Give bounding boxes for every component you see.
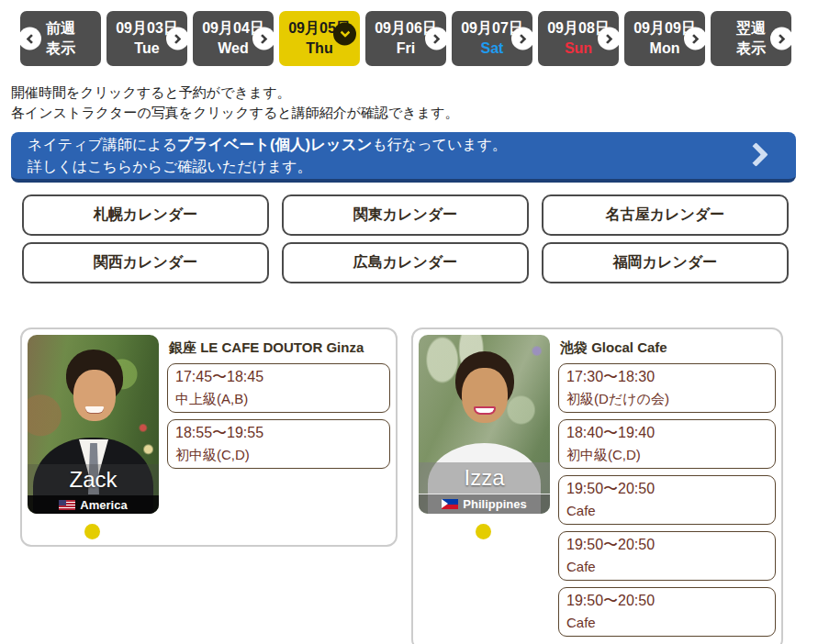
instructor-country-band: America xyxy=(28,495,159,514)
instructor-name: Zack xyxy=(28,464,159,495)
tab-date-0906-fri[interactable]: 09月06日 Fri xyxy=(365,11,446,66)
tab-date-0909-mon[interactable]: 09月09日 Mon xyxy=(624,11,705,66)
prev-week-label-line2: 表示 xyxy=(46,39,75,59)
slot-level: 初中級(C,D) xyxy=(175,444,382,466)
chevron-down-icon[interactable] xyxy=(333,23,356,46)
photo-face-shape xyxy=(73,370,116,421)
chevron-right-icon[interactable] xyxy=(598,28,621,50)
time-slot-button[interactable]: 17:30〜18:30 初級(Dだけの会) xyxy=(558,363,776,413)
time-slot-button[interactable]: 19:50〜20:50 Cafe xyxy=(558,587,776,637)
slot-time: 18:40〜19:40 xyxy=(566,422,768,444)
tab-day-label: Fri xyxy=(397,39,415,59)
carousel-dot-indicator xyxy=(84,524,100,539)
chevron-right-icon[interactable] xyxy=(684,28,707,50)
tab-date-0904-wed[interactable]: 09月04日 Wed xyxy=(193,11,274,66)
region-button-kansai[interactable]: 関西カレンダー xyxy=(22,242,269,283)
region-button-kanto[interactable]: 関東カレンダー xyxy=(282,194,529,236)
carousel-dot-indicator xyxy=(476,524,491,539)
time-slot-button[interactable]: 18:55〜19:55 初中級(C,D) xyxy=(167,419,390,469)
slot-level: Cafe xyxy=(566,500,768,522)
time-slot-button[interactable]: 17:45〜18:45 中上級(A,B) xyxy=(167,363,390,413)
slot-level: 中上級(A,B) xyxy=(175,388,382,410)
slot-time: 18:55〜19:55 xyxy=(175,422,382,444)
next-week-label-line1: 翌週 xyxy=(736,18,766,39)
instructor-country-band: Philippines xyxy=(419,494,550,514)
instructions-block: 開催時間をクリックすると予約ができます。 各インストラクターの写真をクリックする… xyxy=(11,83,818,123)
chevron-right-icon[interactable] xyxy=(425,28,448,50)
tab-date-0905-thu-active[interactable]: 09月05日 Thu xyxy=(279,11,360,66)
prev-week-label-line1: 前週 xyxy=(46,18,75,39)
instructor-card-zack: Zack America 銀座 LE CAFE DOUTOR Ginza 17:… xyxy=(20,328,398,547)
instructor-cards-row: Zack America 銀座 LE CAFE DOUTOR Ginza 17:… xyxy=(20,328,818,644)
prev-week-button[interactable]: 前週 表示 xyxy=(20,11,101,66)
chevron-right-icon[interactable] xyxy=(252,28,275,50)
banner-line1-bold: プライベート(個人)レッスン xyxy=(177,136,372,152)
slot-level: Cafe xyxy=(566,556,768,578)
time-slot-button[interactable]: 19:50〜20:50 Cafe xyxy=(558,531,776,581)
instruction-line-1: 開催時間をクリックすると予約ができます。 xyxy=(11,83,818,103)
slot-time: 17:45〜18:45 xyxy=(175,366,382,388)
region-calendar-grid: 札幌カレンダー 関東カレンダー 名古屋カレンダー 関西カレンダー 広島カレンダー… xyxy=(22,194,818,283)
photo-smile-shape xyxy=(474,406,496,415)
photo-column: Zack America xyxy=(28,335,159,539)
region-button-hiroshima[interactable]: 広島カレンダー xyxy=(282,242,529,283)
slot-level: 初級(Dだけの会) xyxy=(566,388,768,410)
slot-level: Cafe xyxy=(566,612,768,634)
instructor-name: Izza xyxy=(419,462,550,494)
slot-time: 19:50〜20:50 xyxy=(566,590,768,612)
tab-day-label: Sat xyxy=(481,39,504,59)
instructor-country: America xyxy=(80,498,127,512)
tab-day-label: Sun xyxy=(565,39,592,59)
time-slot-button[interactable]: 19:50〜20:50 Cafe xyxy=(558,475,776,525)
tab-day-label: Wed xyxy=(218,39,248,59)
chevron-right-icon[interactable] xyxy=(166,28,189,50)
photo-column: Izza Philippines xyxy=(419,335,550,643)
us-flag-icon xyxy=(59,500,75,510)
slot-time: 17:30〜18:30 xyxy=(566,366,768,388)
instructor-photo-izza[interactable]: Izza Philippines xyxy=(419,335,550,514)
banner-chevron-right-icon[interactable] xyxy=(744,142,768,167)
banner-line1-pre: ネイティブ講師による xyxy=(28,137,177,152)
region-button-fukuoka[interactable]: 福岡カレンダー xyxy=(542,242,789,283)
tab-day-label: Tue xyxy=(134,39,159,59)
next-week-button[interactable]: 翌週 表示 xyxy=(711,11,791,66)
slot-time: 19:50〜20:50 xyxy=(566,534,768,556)
venue-title: 池袋 Glocal Cafe xyxy=(560,339,776,357)
chevron-right-icon[interactable] xyxy=(511,28,534,50)
venue-title: 銀座 LE CAFE DOUTOR Ginza xyxy=(169,339,390,357)
tab-date-0908-sun[interactable]: 09月08日 Sun xyxy=(538,11,619,66)
region-button-sapporo[interactable]: 札幌カレンダー xyxy=(22,194,269,236)
photo-smile-shape xyxy=(85,406,104,413)
instructor-country: Philippines xyxy=(463,497,526,511)
banner-line-2: 詳しくはこちらからご確認いただけます。 xyxy=(28,156,741,178)
prev-week-arrow-icon[interactable] xyxy=(18,28,41,50)
date-tab-bar: 前週 表示 09月03日 Tue 09月04日 Wed 09月05日 Thu 0… xyxy=(0,0,818,66)
instructor-photo-zack[interactable]: Zack America xyxy=(28,335,159,514)
tab-date-0907-sat[interactable]: 09月07日 Sat xyxy=(452,11,532,66)
tab-day-label: Thu xyxy=(306,39,332,59)
instructor-card-izza: Izza Philippines 池袋 Glocal Cafe 17:30〜18… xyxy=(411,328,783,644)
instruction-line-2: 各インストラクターの写真をクリックすると講師紹介が確認できます。 xyxy=(11,103,818,123)
region-button-nagoya[interactable]: 名古屋カレンダー xyxy=(542,194,789,236)
banner-line-1: ネイティブ講師によるプライベート(個人)レッスンも行なっています。 xyxy=(28,133,741,156)
tab-date-0903-tue[interactable]: 09月03日 Tue xyxy=(106,11,187,66)
next-week-label-line2: 表示 xyxy=(736,39,766,59)
slot-time: 19:50〜20:50 xyxy=(566,478,768,500)
banner-line1-post: も行なっています。 xyxy=(372,137,507,152)
philippines-flag-icon xyxy=(442,499,458,509)
tab-day-label: Mon xyxy=(650,39,680,59)
slot-level: 初中級(C,D) xyxy=(566,444,768,466)
private-lesson-banner[interactable]: ネイティブ講師によるプライベート(個人)レッスンも行なっています。 詳しくはこち… xyxy=(11,132,796,183)
next-week-arrow-icon[interactable] xyxy=(770,28,793,50)
time-slot-button[interactable]: 18:40〜19:40 初中級(C,D) xyxy=(558,419,776,469)
photo-face-shape xyxy=(462,368,508,423)
